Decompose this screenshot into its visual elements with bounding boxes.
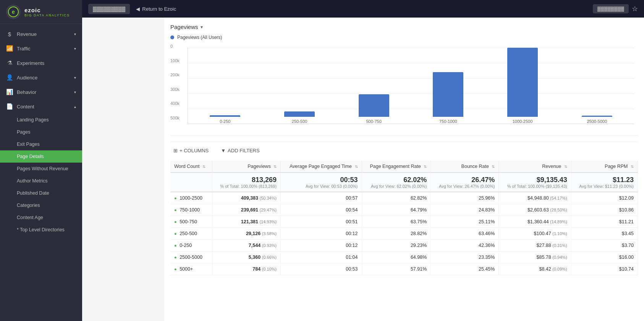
sidebar-item-pages[interactable]: Pages	[0, 126, 82, 138]
table-row: ● 1000-2500 409,383 (50.34%) 00:57 62.82…	[170, 192, 638, 204]
row-7-engagement: 57.91%	[362, 263, 431, 275]
sidebar-item-revenue[interactable]: $ Revenue ▾	[0, 27, 82, 41]
th-page-rpm[interactable]: Page RPM ⇅	[571, 161, 638, 173]
site-name: ▓▓▓▓▓▓▓▓▓	[93, 6, 125, 12]
toolbar: ⊞ + COLUMNS ▼ ADD FILTERS	[170, 142, 638, 159]
row-3-pageviews: 121,381 (14.93%)	[212, 216, 281, 228]
summary-engagement-value: 62.02%	[366, 176, 427, 184]
sort-arrows-word-count: ⇅	[202, 165, 205, 169]
y-label-0: 500k	[170, 116, 186, 120]
svg-text:e: e	[12, 9, 15, 15]
table-row: ● 750-1000 239,691 (29.47%) 00:54 64.79%…	[170, 204, 638, 216]
row-1-page-rpm: $12.09	[571, 192, 638, 204]
chart-title: Pageviews ▾	[170, 24, 203, 30]
row-5-revenue: $27.88 (0.31%)	[499, 240, 571, 252]
row-1-pageviews: 409,383 (50.34%)	[212, 192, 281, 204]
th-avg-time[interactable]: Average Page Engaged Time ⇅	[281, 161, 362, 173]
chart-header: Pageviews ▾	[170, 24, 638, 30]
summary-engagement: 62.02% Avg for View: 62.02% (0.00%)	[362, 173, 431, 192]
behavior-label: Behavior	[17, 89, 36, 95]
logo-icon: e	[6, 5, 21, 19]
sidebar-item-author-metrics[interactable]: Author Metrics	[0, 175, 82, 187]
bar-label-250-500: 250-500	[292, 119, 307, 124]
main-content: Pageviews ▾ Pageviews (All Users) 500k 4…	[164, 18, 644, 321]
sidebar: e ezoic BIG DATA ANALYTICS $ Revenue ▾ 📶…	[0, 0, 82, 321]
upgrade-btn[interactable]: ▓▓▓▓▓▓▓▓	[593, 4, 629, 13]
sidebar-item-behavior[interactable]: 📊 Behavior ▾	[0, 85, 82, 99]
sidebar-item-landing-pages[interactable]: Landing Pages	[0, 114, 82, 126]
summary-page-rpm-value: $11.23	[575, 176, 634, 184]
row-4-word-count: ● 250-500	[170, 228, 212, 240]
th-pageviews[interactable]: Pageviews ⇅	[212, 161, 281, 173]
chart-dropdown-icon[interactable]: ▾	[201, 24, 203, 30]
table-row: ● 500-750 121,381 (14.93%) 00:51 63.75% …	[170, 216, 638, 228]
chevron-down-icon: ▾	[74, 90, 76, 94]
sidebar-item-audience[interactable]: 👤 Audience ▾	[0, 70, 82, 85]
summary-avg-time-value: 00:53	[285, 176, 358, 184]
row-1-engagement: 62.82%	[362, 192, 431, 204]
th-bounce-rate[interactable]: Bounce Rate ⇅	[431, 161, 499, 173]
th-revenue[interactable]: Revenue ⇅	[499, 161, 571, 173]
top-level-directories-label: * Top Level Directories	[17, 227, 65, 232]
sidebar-item-published-date[interactable]: Published Date	[0, 187, 82, 199]
sidebar-item-content-age[interactable]: Content Age	[0, 211, 82, 224]
row-1-avg-time: 00:57	[281, 192, 362, 204]
row-6-engagement: 64.98%	[362, 252, 431, 263]
bar-group-500-750: 500-750	[337, 48, 411, 124]
table-body: 813,269 % of Total: 100.00% (813,269) 00…	[170, 173, 638, 275]
th-word-count[interactable]: Word Count ⇅	[170, 161, 212, 173]
sidebar-logo: e ezoic BIG DATA ANALYTICS	[0, 0, 82, 24]
bar-1000-2500	[507, 48, 538, 117]
row-7-avg-time: 00:53	[281, 263, 362, 275]
summary-row: 813,269 % of Total: 100.00% (813,269) 00…	[170, 173, 638, 192]
site-selector[interactable]: ▓▓▓▓▓▓▓▓▓	[88, 4, 130, 14]
row-2-word-count: ● 750-1000	[170, 204, 212, 216]
y-label-5: 0	[170, 44, 186, 48]
behavior-icon: 📊	[6, 89, 13, 95]
table-row: ● 250-500 29,126 (3.58%) 00:12 28.82% 63…	[170, 228, 638, 240]
row-3-avg-time: 00:51	[281, 216, 362, 228]
row-7-bounce: 25.45%	[431, 263, 499, 275]
sidebar-item-traffic[interactable]: 📶 Traffic ▾	[0, 41, 82, 56]
traffic-label: Traffic	[17, 46, 30, 52]
legend-dot	[170, 35, 174, 39]
row-6-pageviews: 5,360 (0.66%)	[212, 252, 281, 263]
table-header: Word Count ⇅ Pageviews ⇅ Average Page En…	[170, 161, 638, 173]
sidebar-item-experiments[interactable]: ⚗ Experiments	[0, 56, 82, 70]
logo-text: ezoic BIG DATA ANALYTICS	[24, 7, 70, 17]
published-date-label: Published Date	[17, 190, 49, 196]
sidebar-item-categories[interactable]: Categories	[0, 199, 82, 211]
filter-icon: ▼	[221, 148, 226, 153]
bar-group-0-250: 0-250	[188, 48, 262, 124]
summary-revenue: $9,135.43 % of Total: 100.00% ($9,135.43…	[499, 173, 571, 192]
logo-brand: ezoic	[24, 7, 70, 13]
columns-label: + COLUMNS	[180, 148, 209, 153]
bar-2500-5000	[582, 116, 612, 117]
summary-page-rpm-sub: Avg for View: $11.23 (0.00%)	[575, 184, 634, 189]
sidebar-item-pages-without-revenue[interactable]: Pages Without Revenue	[0, 163, 82, 175]
row-6-avg-time: 01:04	[281, 252, 362, 263]
columns-button[interactable]: ⊞ + COLUMNS	[170, 146, 212, 155]
star-button[interactable]: ☆	[632, 5, 638, 13]
row-2-revenue: $2,603.63 (28.50%)	[499, 204, 571, 216]
row-1-word-count: ● 1000-2500	[170, 192, 212, 204]
row-2-avg-time: 00:54	[281, 204, 362, 216]
revenue-label: Revenue	[17, 31, 37, 37]
exit-pages-label: Exit Pages	[17, 142, 40, 147]
categories-label: Categories	[17, 203, 40, 208]
filter-label: ADD FILTERS	[228, 148, 260, 153]
data-table: Word Count ⇅ Pageviews ⇅ Average Page En…	[170, 161, 638, 275]
bar-label-500-750: 500-750	[366, 119, 381, 124]
filter-button[interactable]: ▼ ADD FILTERS	[218, 146, 262, 155]
sidebar-item-top-level-directories[interactable]: * Top Level Directories	[0, 224, 82, 236]
green-circle-icon: ●	[174, 208, 177, 212]
sidebar-item-content[interactable]: 📄 Content ▴	[0, 99, 82, 114]
return-to-ezoic-button[interactable]: ◀ Return to Ezoic	[136, 6, 176, 12]
sidebar-item-exit-pages[interactable]: Exit Pages	[0, 138, 82, 150]
green-circle-icon: ●	[174, 196, 177, 200]
summary-bounce-value: 26.47%	[435, 176, 495, 184]
th-engagement-rate[interactable]: Page Engagement Rate ⇅	[362, 161, 431, 173]
sidebar-item-page-details[interactable]: Page Details	[0, 150, 82, 163]
bar-group-750-1000: 750-1000	[411, 48, 485, 124]
row-2-bounce: 24.83%	[431, 204, 499, 216]
